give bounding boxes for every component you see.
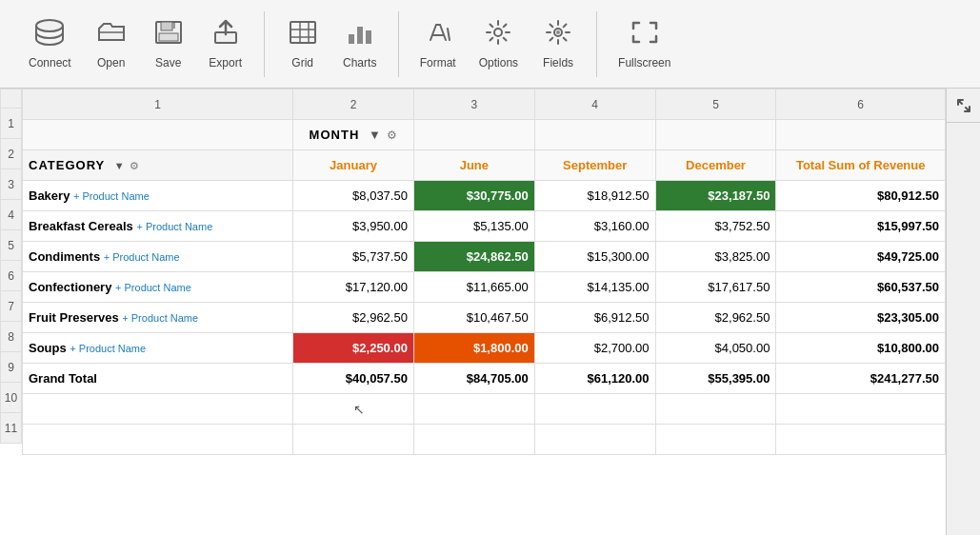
fruit-sep: $6,912.50 — [534, 303, 655, 333]
row-num-1: 1 — [1, 109, 22, 139]
fields-button[interactable]: Fields — [530, 11, 587, 77]
condiments-dec: $3,825.00 — [655, 242, 776, 272]
row2-december: December — [655, 150, 776, 181]
condiments-jun: $24,862.50 — [413, 242, 534, 272]
fruit-jan: $2,962.50 — [293, 303, 414, 333]
bakery-jan: $8,037.50 — [293, 181, 414, 211]
fields-label: Fields — [543, 56, 573, 69]
soups-sep: $2,700.00 — [534, 333, 655, 364]
save-button[interactable]: Save — [140, 11, 197, 77]
breakfast-jun: $5,135.00 — [413, 211, 534, 242]
row-num-6: 6 — [1, 261, 22, 291]
soups-dec: $4,050.00 — [655, 333, 776, 364]
col-header-6: 6 — [776, 89, 946, 120]
charts-label: Charts — [343, 56, 376, 69]
row-5-condiments: Condiments + Product Name $5,737.50 $24,… — [23, 242, 946, 272]
svg-rect-13 — [366, 30, 371, 44]
open-label: Open — [97, 56, 125, 69]
grid-button[interactable]: Grid — [274, 11, 331, 77]
breakfast-sep: $3,160.00 — [534, 211, 655, 242]
empty11-col1 — [23, 425, 293, 455]
svg-rect-4 — [172, 23, 175, 29]
format-button[interactable]: Format — [409, 11, 468, 77]
spreadsheet-table: 1 2 3 4 5 6 MONTH ▼ ⚙ — [22, 89, 946, 455]
empty10-col5 — [655, 394, 776, 425]
grand-total-dec: $55,395.00 — [655, 364, 776, 394]
svg-rect-12 — [357, 27, 363, 44]
cursor-indicator: ↖ — [353, 402, 365, 417]
charts-button[interactable]: Charts — [331, 11, 389, 77]
connect-icon — [34, 19, 65, 52]
condiments-label: Condiments — [29, 249, 100, 264]
col-header-5: 5 — [655, 89, 776, 120]
row1-col4 — [534, 120, 655, 150]
fruit-total: $23,305.00 — [776, 303, 946, 333]
fruit-jun: $10,467.50 — [413, 303, 534, 333]
row-num-8: 8 — [1, 322, 22, 352]
toolbar-group-view: Grid Charts — [264, 11, 398, 77]
confectionery-jun: $11,665.00 — [413, 272, 534, 303]
row2-june: June — [413, 150, 534, 181]
options-label: Options — [479, 56, 518, 69]
breakfast-product-link[interactable]: + Product Name — [136, 221, 212, 232]
col-header-3: 3 — [413, 89, 534, 120]
breakfast-total: $15,997.50 — [776, 211, 946, 242]
month-label: MONTH — [310, 128, 360, 142]
bakery-dec: $23,187.50 — [655, 181, 776, 211]
breakfast-dec: $3,752.50 — [655, 211, 776, 242]
row2-january: January — [293, 150, 414, 181]
fullscreen-button[interactable]: Fullscreen — [607, 11, 682, 77]
month-filter-icon[interactable]: ▼ — [369, 128, 381, 142]
empty11-col6 — [776, 425, 946, 455]
confectionery-jan: $17,120.00 — [293, 272, 414, 303]
category-filter-icon[interactable]: ▼ — [114, 160, 125, 171]
empty11-col4 — [534, 425, 655, 455]
export-label: Export — [209, 56, 242, 69]
open-icon — [96, 19, 127, 52]
empty11-col2 — [293, 425, 414, 455]
month-gear-icon[interactable]: ⚙ — [387, 129, 397, 142]
fruit-product-link[interactable]: + Product Name — [122, 312, 198, 324]
condiments-jan: $5,737.50 — [293, 242, 414, 272]
confectionery-product-link[interactable]: + Product Name — [115, 282, 191, 293]
svg-rect-2 — [161, 22, 172, 30]
category-gear-icon[interactable]: ⚙ — [130, 160, 139, 171]
export-button[interactable]: Export — [197, 11, 254, 77]
row-num-11: 11 — [1, 413, 22, 444]
row-3-bakery: Bakery + Product Name $8,037.50 $30,775.… — [23, 181, 946, 211]
options-button[interactable]: Options — [468, 11, 530, 77]
empty11-col5 — [655, 425, 776, 455]
condiments-product-link[interactable]: + Product Name — [104, 251, 180, 263]
row-1: MONTH ▼ ⚙ — [23, 120, 946, 150]
fruit-dec: $2,962.50 — [655, 303, 776, 333]
breakfast-label: Breakfast Cereals — [29, 219, 133, 233]
grid-label: Grid — [291, 56, 313, 69]
grid-icon — [288, 19, 318, 52]
data-area: 1 2 3 4 5 6 MONTH ▼ ⚙ — [22, 89, 946, 535]
row1-col2: MONTH ▼ ⚙ — [293, 120, 414, 150]
connect-button[interactable]: Connect — [17, 11, 83, 77]
save-label: Save — [155, 56, 181, 69]
bakery-product-link[interactable]: + Product Name — [73, 190, 150, 202]
open-button[interactable]: Open — [83, 11, 140, 77]
fruit-category: Fruit Preserves + Product Name — [23, 303, 293, 333]
bakery-total: $80,912.50 — [776, 181, 946, 211]
row-numbers: 1 2 3 4 5 6 7 8 9 10 11 — [0, 89, 22, 535]
grand-total-label: Grand Total — [23, 364, 293, 394]
connect-label: Connect — [29, 56, 71, 69]
svg-rect-3 — [159, 33, 178, 41]
export-icon — [210, 19, 241, 52]
svg-point-17 — [556, 30, 560, 34]
condiments-sep: $15,300.00 — [534, 242, 655, 272]
bakery-jun: $30,775.00 — [413, 181, 534, 211]
soups-product-link[interactable]: + Product Name — [70, 343, 146, 354]
row-8-soups: Soups + Product Name $2,250.00 $1,800.00… — [23, 333, 946, 364]
collapse-arrow-button[interactable] — [947, 89, 980, 123]
empty10-col3 — [413, 394, 534, 425]
empty11-col3 — [413, 425, 534, 455]
row-num-5: 5 — [1, 230, 22, 261]
row1-col6 — [776, 120, 946, 150]
confectionery-category: Confectionery + Product Name — [23, 272, 293, 303]
empty10-col6 — [776, 394, 946, 425]
fields-icon — [543, 19, 573, 52]
